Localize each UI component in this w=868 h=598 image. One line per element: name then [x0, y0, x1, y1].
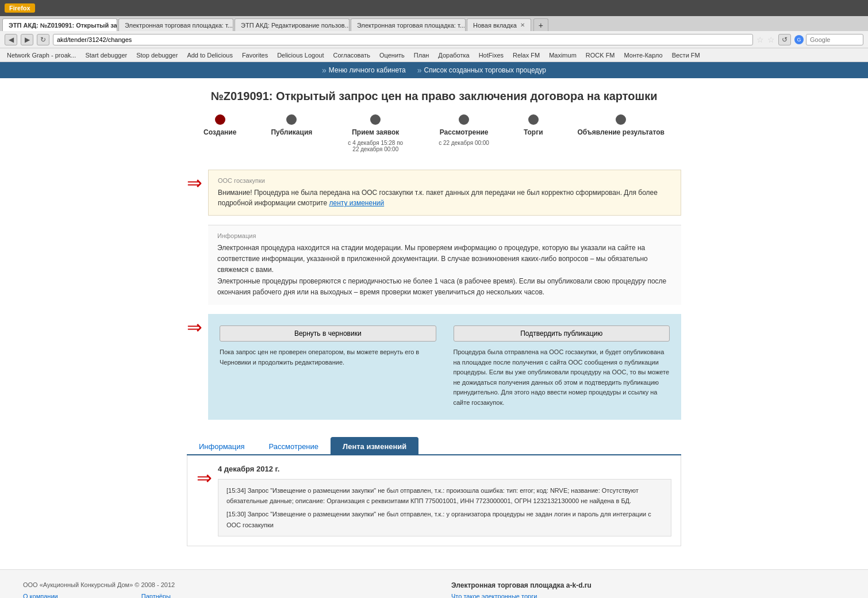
footer-link-about[interactable]: О компании [23, 593, 118, 598]
footer-link-what[interactable]: Что такое электронные торги [451, 593, 845, 598]
action-arrow-icon: ⇒ [187, 316, 202, 338]
google-search-input[interactable] [806, 34, 863, 45]
address-input[interactable] [53, 34, 753, 45]
bookmark-network-graph[interactable]: Network Graph - proak... [3, 51, 79, 60]
bookmark-star2[interactable]: ☆ [767, 35, 775, 44]
changelog-content: ⇒ 4 декабря 2012 г. [15:34] Запрос "Изве… [187, 455, 681, 547]
content-tabs: Информация Рассмотрение Лента изменений [187, 437, 681, 455]
warning-title: ООС госзакупки [218, 177, 671, 184]
bookmark-montecarlo[interactable]: Монте-Карло [621, 51, 666, 60]
firefox-button[interactable]: Firefox [5, 3, 35, 13]
tab-close-4[interactable]: ✕ [520, 22, 525, 28]
tab-bar: ЭТП АКД: №Z019091: Открытый зап... ✕ Эле… [0, 16, 868, 31]
warning-section: ⇒ ООС госзакупки Внимание! Процедура не … [187, 170, 681, 314]
step-label-reception: Прием заявок [352, 128, 399, 136]
bookmark-ocenit[interactable]: Оценить [376, 51, 408, 60]
step-label-publication: Публикация [271, 128, 312, 136]
step-label-creation: Создание [203, 128, 236, 136]
new-tab-button[interactable]: + [533, 18, 548, 31]
action-col-1: Вернуть в черновики Пока запрос цен не п… [220, 325, 436, 408]
browser-chrome: Firefox [0, 0, 868, 16]
confirm-publication-button[interactable]: Подтвердить публикацию [454, 325, 670, 342]
bookmark-add-delicious[interactable]: Add to Delicious [183, 51, 236, 60]
changelog-inner: 4 декабря 2012 г. [15:34] Запрос "Извеще… [218, 465, 671, 537]
step-publication: Публикация [271, 114, 312, 152]
changelog-entry-1: [15:30] Запрос "Извещение о размещении з… [226, 509, 663, 530]
step-dot-results [616, 114, 626, 125]
nav-menu-procedures[interactable]: Список созданных торговых процедур [417, 66, 546, 75]
footer-links-area: О компании Сертификаты и лицензии Электр… [23, 593, 417, 598]
step-results: Объявление результатов [578, 114, 665, 152]
changelog-arrow-icon: ⇒ [197, 467, 212, 489]
action-desc-1: Пока запрос цен не проверен оператором, … [220, 347, 436, 367]
step-review: Рассмотрение с 22 декабря 00:00 [439, 114, 489, 152]
back-button[interactable]: ◀ [5, 34, 17, 45]
bookmark-star[interactable]: ☆ [756, 35, 764, 44]
info-title: Информация [217, 232, 672, 239]
forward-button[interactable]: ▶ [21, 34, 33, 45]
step-label-auction: Торги [524, 128, 543, 136]
bookmark-maximum[interactable]: Maximum [546, 51, 580, 60]
page-title: №Z019091: Открытый запрос цен на право з… [187, 90, 681, 103]
changelog-date: 4 декабря 2012 г. [218, 465, 671, 473]
tab-information[interactable]: Информация [187, 437, 257, 455]
footer-partners-link[interactable]: Партнёры [141, 593, 171, 598]
bookmark-soglasovat[interactable]: Согласовать [329, 51, 373, 60]
changelog-entries: [15:34] Запрос "Извещение о размещении з… [218, 479, 671, 537]
footer-col-right: Электронная торговая площадка a-k-d.ru Ч… [451, 581, 845, 598]
tab-4[interactable]: Новая вкладка ✕ [467, 18, 531, 31]
footer-col-left: ООО «Аукционный Конкурсный Дом» © 2008 -… [23, 581, 417, 598]
tab-changelog[interactable]: Лента изменений [331, 437, 418, 455]
address-bar: ◀ ▶ ↻ ☆ ☆ ↺ G [0, 31, 868, 48]
warning-text: Внимание! Процедура не была передана на … [218, 187, 671, 208]
step-auction: Торги [524, 114, 543, 152]
warning-box: ООС госзакупки Внимание! Процедура не бы… [208, 170, 681, 216]
bookmark-plan[interactable]: План [410, 51, 433, 60]
footer-company: ООО «Аукционный Конкурсный Дом» © 2008 -… [23, 581, 417, 588]
bookmark-favorites[interactable]: Favorites [239, 51, 271, 60]
warning-arrow-icon: ⇒ [187, 172, 202, 194]
nav-menu: Меню личного кабинета Список созданных т… [0, 62, 868, 78]
changelog-entry-0: [15:34] Запрос "Извещение о размещении з… [226, 485, 663, 507]
bookmark-hotfixes[interactable]: HotFixes [475, 51, 507, 60]
step-dot-publication [286, 114, 297, 125]
tab-0[interactable]: ЭТП АКД: №Z019091: Открытый зап... ✕ [2, 18, 117, 31]
bookmark-rockfm[interactable]: ROCK FM [582, 51, 619, 60]
changelog-section: ⇒ 4 декабря 2012 г. [15:34] Запрос "Изве… [197, 465, 671, 537]
tab-review[interactable]: Рассмотрение [257, 437, 331, 455]
info-text: Электронная процедура находится на стади… [217, 243, 672, 298]
footer-right-title: Электронная торговая площадка a-k-d.ru [451, 581, 845, 589]
step-dot-review [459, 114, 469, 125]
step-date-reception: с 4 декабря 15:28 по 22 декабря 00:00 [347, 140, 404, 152]
tab-2[interactable]: ЭТП АКД: Редактирование пользов... ✕ [235, 18, 349, 31]
step-date-review: с 22 декабря 00:00 [439, 140, 489, 146]
reload-button[interactable]: ↻ [37, 34, 49, 45]
info-box: Информация Электронная процедура находит… [208, 225, 681, 305]
step-dot-reception [370, 114, 381, 125]
warning-link[interactable]: ленту изменений [329, 199, 384, 207]
bookmark-relax[interactable]: Relax FM [509, 51, 543, 60]
return-to-drafts-button[interactable]: Вернуть в черновики [220, 325, 436, 342]
footer-links-col: О компании Сертификаты и лицензии Электр… [23, 593, 118, 598]
progress-steps: Создание Публикация Прием заявок с 4 дек… [187, 114, 681, 152]
bookmark-vestifm[interactable]: Вести FM [669, 51, 704, 60]
nav-menu-cabinet[interactable]: Меню личного кабинета [322, 66, 406, 75]
step-label-review: Рассмотрение [440, 128, 489, 136]
bookmark-dorabotka[interactable]: Доработка [435, 51, 473, 60]
tab-3[interactable]: Электронная торговая площадка: т... ✕ [351, 18, 466, 31]
action-desc-2: Процедура была отправлена на ООС госзаку… [454, 347, 670, 408]
action-section: ⇒ Вернуть в черновики Пока запрос цен не… [187, 314, 681, 437]
step-dot-creation [215, 114, 225, 125]
google-icon: G [794, 35, 804, 44]
bookmark-delicious-logout[interactable]: Delicious Logout [274, 51, 327, 60]
tab-1[interactable]: Электронная торговая площадка: т... ✕ [118, 18, 233, 31]
bookmark-start-debugger[interactable]: Start debugger [82, 51, 130, 60]
action-area: Вернуть в черновики Пока запрос цен не п… [208, 314, 681, 420]
google-search-area: G [794, 34, 863, 45]
step-dot-auction [528, 114, 539, 125]
main-content: №Z019091: Открытый запрос цен на право з… [175, 78, 693, 558]
step-reception: Прием заявок с 4 декабря 15:28 по 22 дек… [347, 114, 404, 152]
bookmark-stop-debugger[interactable]: Stop debugger [133, 51, 181, 60]
refresh-button[interactable]: ↺ [778, 34, 791, 45]
step-creation: Создание [203, 114, 236, 152]
